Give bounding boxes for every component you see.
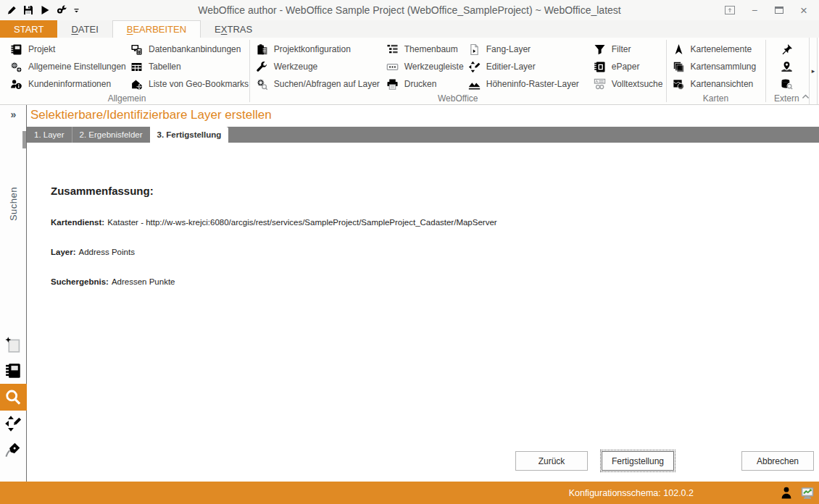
ribbon-item-suchen-abfragen-auf-layer[interactable]: Suchen/Abfragen auf Layer [250,75,381,93]
ribbon-item-extern-geo-location[interactable] [781,58,793,75]
group-label-allgemein: Allgemein [4,93,249,106]
ribbon-item-geo-bookmarks[interactable]: Liste von Geo-Bookmarks [125,75,249,93]
run-play-icon[interactable] [39,4,51,16]
sidebar-item-edit-layer[interactable] [0,411,27,437]
notebook-icon [4,362,22,379]
mountains-icon [468,78,481,91]
group-label-karten: Karten [667,93,765,106]
status-icons [779,486,815,500]
sidebar-item-new-page[interactable] [0,332,27,358]
summary-field-layer: Layer:Address Points [51,248,819,256]
edit-pencil-icon[interactable] [6,4,17,16]
tools-gear-wrench-icon[interactable] [56,4,67,16]
ribbon-item-kundeninformationen[interactable]: Kundeninformationen [4,75,125,93]
splitter-handle[interactable] [22,131,26,148]
wrench-icon [256,61,268,73]
expand-right-icon: ▸ [812,67,815,75]
clipboard-icon [256,43,268,56]
database-connection-icon [130,43,143,56]
ribbon-item-werkzeuge[interactable]: Werkzeuge [250,58,381,75]
main-area: » Suchen Selektierbare/Identifizierbare … [0,105,819,482]
title-bar: WebOffice author - WebOffice Sample Proj… [0,0,819,20]
ribbon-item-allgemeine-einstellungen[interactable]: Allgemeine Einstellungen [4,58,125,75]
group-label-weboffice: WebOffice [250,93,666,106]
popup-arrow-icon [725,6,735,14]
ribbon-item-projektkonfiguration[interactable]: Projektkonfiguration [250,41,381,58]
connection-monitor-icon [800,486,815,500]
wizard-tab-fertigstellung[interactable]: 3. Fertigstellung [150,127,229,143]
wizard-panel: Zusammenfassung: Kartendienst:Kataster -… [27,143,819,482]
ribbon-item-volltextsuche[interactable]: Volltextsuche [588,75,666,93]
table-icon [130,61,143,73]
edit-arrows-icon [468,61,481,73]
ribbon-item-werkzeugleiste[interactable]: Werkzeugleiste [381,58,462,75]
page-title: Selektierbare/Identifizierbare Layer ers… [27,105,819,127]
wizard-button-row: Zurück Fertigstellung Abbrechen [27,451,819,482]
tab-datei[interactable]: DATEI [57,20,112,38]
ribbon-item-datenbankanbindungen[interactable]: Datenbankanbindungen [125,41,249,58]
sidebar-collapse-chevron[interactable]: » [11,109,16,120]
notebook-icon [10,43,22,56]
ribbon-item-filter[interactable]: Filter [588,41,666,58]
content-area: Selektierbare/Identifizierbare Layer ers… [27,105,819,482]
popup-window-button[interactable] [719,2,741,18]
map-stack-icon [673,61,685,73]
map-views-icon [673,78,685,91]
left-sidebar: » Suchen [0,105,27,482]
qat-customize-dropdown-icon[interactable] [72,7,80,14]
ribbon-group-weboffice: Projektkonfiguration Werkzeuge Suchen/Ab… [250,38,666,104]
close-button[interactable]: × [793,2,815,18]
ribbon-item-extern-pin[interactable] [781,41,793,58]
ribbon-item-editier-layer[interactable]: Editier-Layer [462,58,588,75]
ribbon-group-karten: Kartenelemente Kartensammlung Kartenansi… [667,38,765,104]
snap-layer-page-icon [468,43,481,56]
sidebar-panel-label: Suchen [8,187,19,221]
weboffice-author-window: WebOffice author - WebOffice Sample Proj… [0,0,819,504]
ribbon-item-kartenelemente[interactable]: Kartenelemente [667,41,765,58]
toolbar-icon [386,61,399,73]
page-sparkle-icon [4,336,22,353]
cancel-button[interactable]: Abbrechen [741,451,814,471]
tab-start[interactable]: START [0,20,57,38]
database-search-icon [781,78,793,91]
tab-extras[interactable]: EXTRAS [201,20,266,38]
ribbon-item-extern-db-search[interactable] [781,75,793,93]
finish-button[interactable]: Fertigstellung [602,451,674,471]
user-status-icon [779,486,794,500]
wizard-step-tabs: 1. Layer 2. Ergebnisfelder 3. Fertigstel… [27,127,819,143]
sidebar-item-draw-pen[interactable] [0,437,27,463]
collapse-ribbon-button[interactable] [801,92,812,102]
ribbon-item-drucken[interactable]: Drucken [381,75,462,93]
back-button[interactable]: Zurück [515,451,588,471]
wizard-tab-layer[interactable]: 1. Layer [27,127,72,143]
gears-icon [10,61,22,73]
ribbon-group-allgemein: Projekt Allgemeine Einstellungen Kundeni… [0,38,249,104]
tab-bearbeiten[interactable]: BEARBEITEN [112,20,201,38]
summary-field-suchergebnis: Suchergebnis:Adressen Punkte [51,277,819,286]
maximize-button[interactable] [768,2,790,18]
pen-icon [4,441,22,458]
window-controls: − × [719,2,819,18]
minimize-button[interactable]: − [744,2,765,18]
status-bar: Konfigurationsschema: 102.0.2 [0,482,819,504]
config-schema-status: Konfigurationsschema: 102.0.2 [569,488,694,498]
tree-list-icon [386,43,399,56]
sidebar-item-project-notebook[interactable] [0,358,27,384]
quick-access-toolbar [0,4,80,16]
ribbon-item-projekt[interactable]: Projekt [4,41,125,58]
sidebar-item-suchen[interactable] [0,384,27,411]
ribbon-item-tabellen[interactable]: Tabellen [125,58,249,75]
fulltext-search-icon [594,78,606,91]
ribbon-item-hoeheninfo-raster-layer[interactable]: Höheninfo-Raster-Layer [462,75,588,93]
ribbon-item-kartensammlung[interactable]: Kartensammlung [667,58,765,75]
ribbon-item-epaper[interactable]: ePaper [588,58,666,75]
save-icon[interactable] [22,4,34,16]
ribbon-item-fang-layer[interactable]: Fang-Layer [462,41,588,58]
wizard-tab-ergebnisfelder[interactable]: 2. Ergebnisfelder [72,127,150,143]
magnifier-icon [4,389,22,406]
location-marker-icon [781,61,793,73]
epaper-book-icon [594,61,606,73]
ribbon-item-kartenansichten[interactable]: Kartenansichten [667,75,765,93]
ribbon-item-themenbaum[interactable]: Themenbaum [381,41,462,58]
filter-funnel-icon [594,43,606,56]
